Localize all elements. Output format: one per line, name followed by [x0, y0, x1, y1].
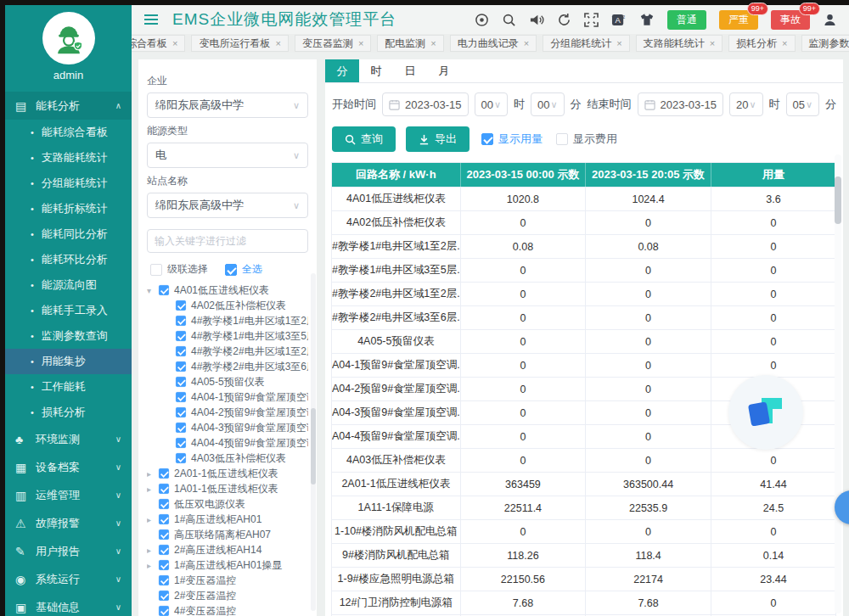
tree-checkbox[interactable]: [176, 316, 186, 326]
tab[interactable]: 分组能耗统计 ×: [543, 35, 629, 52]
tree-item[interactable]: ▸ 2A01-1低压进线柜仪表: [147, 466, 308, 481]
sidebar-item[interactable]: ✎ 用户报告 ∨: [5, 537, 132, 565]
end-date-input[interactable]: 2023-03-15: [638, 92, 724, 116]
tree-item[interactable]: 4#教学楼2#电井区域3至6层动力仪表: [147, 359, 308, 374]
table-scrollbar[interactable]: [835, 154, 841, 613]
tree-caret-icon[interactable]: ▸: [147, 561, 158, 570]
end-hour-select[interactable]: 20 ∨: [729, 92, 763, 116]
close-icon[interactable]: ×: [172, 39, 177, 48]
close-icon[interactable]: ×: [710, 39, 715, 48]
menu-toggle-icon[interactable]: [143, 13, 159, 26]
tree-checkbox[interactable]: [176, 377, 186, 387]
tree-checkbox[interactable]: [159, 591, 169, 601]
sidebar-item[interactable]: 支路能耗统计: [5, 145, 132, 171]
tree-checkbox[interactable]: [176, 300, 186, 311]
tree-caret-icon[interactable]: ▸: [147, 484, 158, 494]
tree-checkbox[interactable]: [159, 484, 169, 494]
close-icon[interactable]: ×: [275, 39, 280, 48]
fullscreen-icon[interactable]: [584, 13, 599, 27]
notification-target-icon[interactable]: [475, 13, 489, 27]
language-icon[interactable]: A2: [611, 13, 627, 27]
tree-checkbox[interactable]: [176, 361, 186, 372]
company-select[interactable]: 绵阳东辰高级中学 ∨: [147, 92, 308, 118]
tab[interactable]: 配电监测 ×: [377, 35, 443, 52]
tree-checkbox[interactable]: [159, 606, 169, 616]
close-icon[interactable]: ×: [616, 39, 621, 48]
alarm-badge[interactable]: 事故 99+: [771, 10, 810, 30]
tree-item[interactable]: 4A04-3预留9#食堂屋顶空调机组仪表: [147, 420, 308, 435]
export-button[interactable]: 导出: [406, 126, 469, 152]
search-button[interactable]: 查询: [332, 126, 396, 152]
tree-item[interactable]: 2#变压器温控: [147, 588, 308, 603]
close-icon[interactable]: ×: [358, 39, 363, 48]
station-select[interactable]: 绵阳东辰高级中学 ∨: [147, 193, 308, 218]
tree-item[interactable]: 高压联络隔离柜AH07: [147, 527, 308, 542]
tree-item[interactable]: 4A02低压补偿柜仪表: [147, 298, 308, 313]
sidebar-item[interactable]: 损耗分析: [5, 400, 132, 425]
sidebar-item[interactable]: ▥ 运维管理 ∨: [5, 481, 132, 509]
sidebar-item[interactable]: 监测参数查询: [5, 323, 132, 349]
tree-checkbox[interactable]: [176, 407, 186, 417]
tree-item[interactable]: ▸ 2#高压进线柜AH14: [147, 542, 308, 557]
tab[interactable]: 变电所运行看板 ×: [191, 35, 288, 52]
tree-item[interactable]: ▸ 1#高压进线柜AH01: [147, 512, 308, 527]
select-all-checkbox[interactable]: 全选: [225, 262, 262, 277]
tree-checkbox[interactable]: [159, 285, 169, 295]
tree-item[interactable]: 4#教学楼2#电井区域1至2层动力仪表: [147, 344, 308, 359]
cascade-select-checkbox[interactable]: 级联选择: [150, 262, 208, 277]
tree-item[interactable]: 4A05-5预留仪表: [147, 374, 308, 389]
tab[interactable]: 支路能耗统计 ×: [636, 35, 722, 52]
sound-icon[interactable]: [529, 13, 544, 27]
tree-caret-icon[interactable]: ▾: [147, 286, 158, 295]
sidebar-item[interactable]: 能耗同比分析: [5, 221, 132, 247]
show-cost-checkbox[interactable]: 显示费用: [556, 132, 617, 147]
tree-checkbox[interactable]: [176, 453, 186, 463]
tree-checkbox[interactable]: [159, 545, 169, 555]
refresh-icon[interactable]: [557, 13, 571, 27]
tab[interactable]: 变压器监测 ×: [295, 35, 371, 52]
tree-checkbox[interactable]: [176, 423, 186, 433]
sidebar-item[interactable]: ⚠ 故障报警 ∨: [5, 509, 132, 537]
tree-checkbox[interactable]: [176, 392, 186, 402]
scrollbar-thumb[interactable]: [835, 176, 841, 224]
alarm-badge[interactable]: 严重 99+: [719, 10, 758, 30]
scrollbar-thumb[interactable]: [311, 408, 316, 484]
tree-item[interactable]: 4A04-4预留9#食堂屋顶空调机组仪表: [147, 435, 308, 451]
tab[interactable]: 电力曲线记录 ×: [450, 35, 537, 52]
start-date-input[interactable]: 2023-03-15: [382, 92, 469, 116]
tree-checkbox[interactable]: [159, 499, 169, 509]
period-tab[interactable]: 时: [359, 59, 393, 82]
search-icon[interactable]: [502, 13, 516, 27]
sidebar-item[interactable]: 工作能耗: [5, 374, 132, 400]
tree-checkbox[interactable]: [159, 560, 169, 570]
tree-checkbox[interactable]: [159, 514, 169, 524]
tree-checkbox[interactable]: [176, 346, 186, 356]
tree-scrollbar[interactable]: [311, 273, 316, 611]
tree-checkbox[interactable]: [176, 331, 186, 341]
sidebar-item[interactable]: 能耗手工录入: [5, 298, 132, 323]
tree-checkbox[interactable]: [176, 438, 186, 448]
tab[interactable]: 监测参数查询 ×: [801, 35, 849, 52]
tree-item[interactable]: ▸ 1#高压进线柜AH01操显: [147, 557, 308, 573]
sidebar-item[interactable]: 能耗环比分析: [5, 247, 132, 272]
sidebar-item[interactable]: 分组能耗统计: [5, 171, 132, 196]
energy-type-select[interactable]: 电 ∨: [147, 143, 308, 168]
period-tab[interactable]: 月: [427, 59, 461, 82]
tree-item[interactable]: 4A04-1预留9#食堂屋顶空调机组仪表: [147, 389, 308, 405]
tab[interactable]: 综合看板 ×: [132, 35, 185, 52]
close-icon[interactable]: ×: [782, 39, 787, 48]
tree-item[interactable]: 1#变压器温控: [147, 573, 308, 588]
keyword-filter-input[interactable]: [147, 229, 308, 253]
tree-item[interactable]: 4#变压器温控: [147, 603, 308, 616]
close-icon[interactable]: ×: [524, 39, 529, 48]
sidebar-item[interactable]: 能耗折标统计: [5, 196, 132, 221]
tree-item[interactable]: ▸ 1A01-1低压进线柜仪表: [147, 481, 308, 496]
end-minute-select[interactable]: 05 ∨: [786, 92, 820, 116]
period-tab[interactable]: 分: [325, 59, 359, 82]
start-minute-select[interactable]: 00 ∨: [531, 92, 565, 116]
close-icon[interactable]: ×: [430, 39, 436, 48]
tree-item[interactable]: 4A04-2预留9#食堂屋顶空调机组仪表: [147, 405, 308, 420]
tree-caret-icon[interactable]: ▸: [147, 469, 158, 479]
tree-caret-icon[interactable]: ▸: [147, 546, 158, 555]
tree-checkbox[interactable]: [159, 468, 169, 479]
